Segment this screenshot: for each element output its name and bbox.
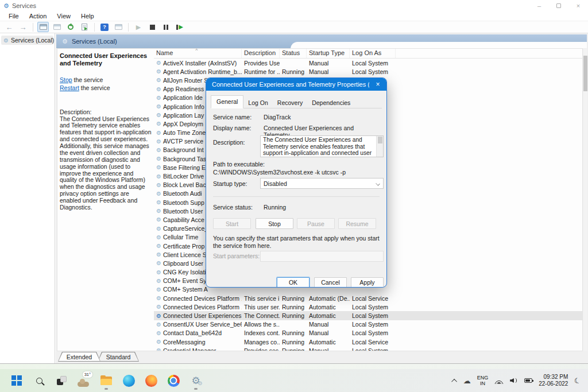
description-scrollbar[interactable] (376, 136, 383, 157)
edge-button[interactable] (121, 372, 136, 389)
service-gear-icon: ⚙ (156, 130, 161, 136)
table-row[interactable]: ⚙Connected Devices Platform ... This use… (154, 302, 582, 311)
service-gear-icon: ⚙ (156, 321, 161, 328)
stop-button[interactable]: Stop (256, 218, 293, 229)
clock[interactable]: 09:32 PM 22-06-2022 (539, 374, 568, 388)
table-row[interactable]: ⚙Contact Data_be642d Indexes cont... Run… (154, 329, 582, 337)
table-row[interactable]: ⚙ActiveX Installer (AxInstSV) Provides U… (154, 59, 582, 67)
column-startup-type[interactable]: Startup Type (307, 49, 350, 58)
pause-button[interactable]: Pause (297, 218, 335, 229)
tree-item-services-local[interactable]: ⚙ Services (Local) (1, 36, 53, 45)
list-header: Name Description Status Startup Type Log… (154, 49, 582, 59)
close-button[interactable]: × (568, 0, 588, 11)
ok-button[interactable]: OK (277, 277, 310, 288)
menu-help[interactable]: Help (76, 13, 99, 20)
back-arrow-icon: ← (6, 24, 13, 31)
service-gear-icon: ⚙ (156, 243, 161, 249)
tab-standard[interactable]: Standard (98, 352, 139, 362)
back-button[interactable]: ← (3, 22, 15, 32)
view-tabs: Extended Standard (58, 352, 136, 362)
refresh-button[interactable] (65, 22, 76, 32)
minimize-button[interactable]: – (529, 0, 549, 11)
folder-icon (100, 377, 112, 385)
table-row[interactable]: ⚙ConsentUX User Service_be6... Allows th… (154, 320, 582, 329)
table-row[interactable]: ⚙Credential Manager Provides sec... Runn… (154, 346, 582, 351)
properties-button[interactable] (51, 22, 63, 32)
chrome-button[interactable] (166, 372, 181, 389)
stop-service-link[interactable]: Stop (60, 76, 72, 83)
column-description[interactable]: Description (242, 49, 280, 58)
language-indicator[interactable]: ENG IN (477, 375, 489, 387)
restart-service-button[interactable]: ▶ (174, 22, 185, 32)
services-gear-icon: ⚙ (3, 2, 9, 10)
table-row[interactable]: ⚙Connected User Experiences ... The Conn… (154, 311, 582, 320)
list-scrollbar[interactable] (583, 49, 587, 351)
service-gear-icon: ⚙ (156, 103, 161, 110)
service-gear-icon: ⚙ (156, 330, 161, 336)
search-button[interactable] (32, 372, 47, 389)
tab-dependencies[interactable]: Dependencies (307, 98, 355, 108)
tray-overflow-chevron-icon[interactable] (451, 378, 457, 384)
refresh-icon (68, 24, 74, 30)
restart-service-link[interactable]: Restart (60, 84, 79, 91)
show-console-tree-button[interactable] (37, 22, 49, 32)
tab-general[interactable]: General (211, 95, 243, 108)
start-button[interactable] (9, 372, 24, 389)
resume-button[interactable]: Resume (338, 218, 376, 229)
wifi-icon[interactable] (494, 377, 504, 384)
scrollbar-thumb[interactable] (583, 56, 587, 91)
tab-recovery[interactable]: Recovery (273, 98, 307, 108)
services-gear-icon: ⚙ (62, 38, 68, 45)
service-gear-icon: ⚙ (156, 138, 161, 145)
tab-log-on[interactable]: Log On (243, 98, 272, 108)
services-taskbar-button[interactable]: ⚙⚙ (188, 372, 203, 389)
separator (213, 196, 380, 197)
stop-service-button[interactable] (146, 22, 158, 32)
service-gear-icon: ⚙ (156, 121, 161, 127)
service-name-label: Service name: (213, 114, 264, 121)
table-row[interactable]: ⚙Connected Devices Platform ... This ser… (154, 294, 582, 302)
service-gear-icon: ⚙ (156, 182, 161, 188)
menu-file[interactable]: File (3, 13, 24, 20)
volume-icon[interactable] (510, 377, 518, 384)
console-tree-panel: ⚙ Services (Local) (0, 33, 55, 363)
column-log-on-as[interactable]: Log On As (350, 49, 396, 58)
startup-type-dropdown[interactable]: Disabled (260, 178, 384, 189)
battery-icon[interactable] (524, 378, 532, 383)
start-service-button[interactable]: ▶ (133, 22, 144, 32)
service-gear-icon: ⚙ (156, 347, 161, 351)
temperature-badge: 31° (83, 371, 92, 378)
focus-assist-moon-icon[interactable]: ☾ (574, 376, 582, 385)
file-explorer-button[interactable] (99, 372, 114, 389)
forward-button[interactable]: → (17, 22, 29, 32)
service-properties-dialog: Connected User Experiences and Telemetry… (206, 77, 387, 288)
description-textbox[interactable]: The Connected User Experiences and Telem… (260, 135, 384, 157)
apply-button[interactable]: Apply (351, 277, 384, 288)
service-gear-icon: ⚙ (156, 68, 161, 75)
start-parameters-input[interactable] (260, 251, 384, 262)
menu-view[interactable]: View (52, 13, 76, 20)
start-button[interactable]: Start (213, 218, 251, 229)
windows-logo-icon (11, 375, 22, 386)
column-status[interactable]: Status (280, 49, 307, 58)
restore-button[interactable] (549, 0, 568, 11)
show-action-pane-button[interactable] (113, 22, 124, 32)
dialog-close-button[interactable]: × (369, 78, 386, 91)
action-pane-icon (115, 24, 122, 30)
tab-extended[interactable]: Extended (58, 352, 100, 362)
table-row[interactable]: ⚙CoreMessaging Manages co... Running Aut… (154, 337, 582, 346)
help-button[interactable]: ? (99, 22, 110, 32)
service-gear-icon: ⚙ (156, 208, 161, 214)
pause-service-button[interactable] (160, 22, 172, 32)
tray-time: 09:32 PM (544, 374, 568, 380)
task-view-button[interactable] (54, 372, 69, 389)
cloud-icon (78, 382, 89, 387)
menu-action[interactable]: Action (24, 13, 52, 20)
onedrive-cloud-icon[interactable]: ☁ (463, 377, 471, 385)
firefox-button[interactable] (144, 372, 158, 389)
service-status-value: Running (264, 204, 380, 211)
widgets-button[interactable]: 31° (76, 372, 91, 389)
table-row[interactable]: ⚙Agent Activation Runtime_b... Runtime f… (154, 67, 582, 76)
export-list-button[interactable] (79, 22, 90, 32)
cancel-button[interactable]: Cancel (314, 277, 347, 288)
